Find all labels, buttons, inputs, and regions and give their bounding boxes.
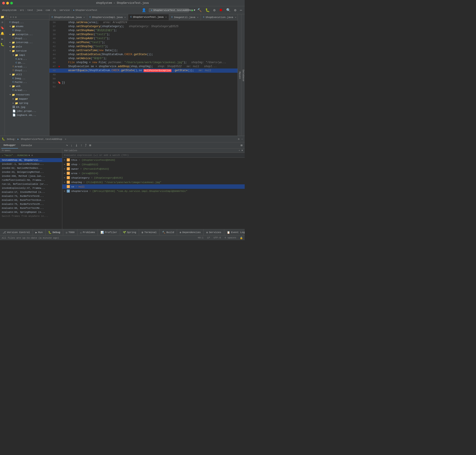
sidebar-item-shopi2[interactable]: ! ShopI... — [5, 68, 49, 72]
bottom-tab-run[interactable]: ▶ Run — [33, 229, 46, 236]
sidebar-item-shopi[interactable]: C ShopI... — [5, 20, 49, 24]
close-button[interactable] — [2, 2, 5, 4]
notification-icon[interactable]: 🔔 — [0, 32, 4, 35]
sidebar-item-spring[interactable]: ▸ 📁 spring — [5, 101, 49, 105]
more-button[interactable]: ⋯ — [239, 8, 243, 13]
tab-shopserviceimpl[interactable]: C ShopServiceImpl.java ✕ — [87, 14, 128, 20]
frame-item-9[interactable]: evaluate:73, RunBeforeTestE... — [0, 194, 62, 198]
debug-button[interactable]: 🐛 — [205, 8, 211, 13]
breadcrumb-service[interactable]: service — [59, 9, 70, 12]
bottom-tab-todo[interactable]: ☑ TODO — [63, 229, 78, 236]
structure-icon[interactable]: ≡ — [1, 21, 3, 24]
add-watch-btn[interactable]: + — [31, 154, 33, 157]
var-item-area[interactable]: ▶ = area = {Area@3524} — [62, 171, 245, 175]
bottom-tab-debug[interactable]: 🐛 Debug — [46, 229, 63, 236]
debug-close-btn[interactable]: ✕ — [65, 138, 66, 140]
project-icon[interactable]: 📁 — [0, 15, 4, 19]
frame-item-8[interactable]: evaluate:17, InvokeMethod (o... — [0, 190, 62, 194]
breadcrumb-shop[interactable]: shopSystem — [2, 9, 16, 12]
restore-layout-btn[interactable]: ⊞ — [240, 143, 243, 148]
tab-close-btn[interactable]: ✕ — [124, 16, 126, 19]
variables-more-btn[interactable]: ▼ — [241, 149, 243, 152]
sidebar-item-er[interactable]: 🖼 ER.jpg — [5, 105, 49, 109]
var-item-shopservice[interactable]: ▶ ∞ shopService = {$Proxy27@3530} "com.d… — [62, 189, 245, 193]
bottom-tab-eventlog[interactable]: 📋 Event Log — [224, 229, 245, 236]
bottom-tab-build[interactable]: 🔨 Build — [159, 229, 177, 236]
bottom-tab-spring[interactable]: 🌱 Spring — [120, 229, 139, 236]
breadcrumb-src[interactable]: src — [20, 9, 24, 12]
code-editor[interactable]: 36 shop.setArea(area);area: Area@3524 37… — [49, 20, 238, 136]
breadcrumb-java[interactable]: java — [36, 9, 42, 12]
frame-item-3[interactable]: invoke:43, DelegatingMethod... — [0, 170, 62, 174]
evaluate-expression[interactable]: Evaluate expression (↵) or add a watch (… — [62, 153, 245, 158]
var-item-shop[interactable]: ▶ = shop = {Shop@3522} — [62, 162, 245, 167]
sidebar-item-web[interactable]: ▾ 📁 web — [5, 84, 49, 88]
settings-button[interactable]: ⚙ — [233, 8, 237, 13]
bottom-tab-terminal[interactable]: ⊞ Terminal — [139, 229, 159, 236]
sidebar-item-image[interactable]: C Imag... — [5, 76, 49, 80]
thread-filter-icon[interactable]: ▼ — [28, 154, 30, 157]
stop-button[interactable]: ⏹ — [218, 8, 223, 13]
sidebar-item-pathu[interactable]: C PathU... — [5, 80, 49, 84]
debug-tab-debugger[interactable]: Debugger — [1, 142, 18, 148]
bottom-tab-profiler[interactable]: 📊 Profiler — [98, 229, 120, 236]
var-item-se[interactable]: ▶ = se = null — [62, 184, 245, 189]
encoding[interactable]: UTF-8 — [213, 236, 221, 239]
tab-close-btn[interactable]: ✕ — [197, 16, 198, 19]
breadcrumb-com[interactable]: com — [46, 9, 50, 12]
expand-arrow[interactable]: ▶ — [64, 163, 66, 166]
sidebar-item-util[interactable]: ▾ 📁 util — [5, 72, 49, 76]
var-item-shopimg[interactable]: ▶ = shopImg = {File@3526} "/Users/yane/w… — [62, 180, 245, 184]
search-button[interactable]: 🔍 — [225, 8, 231, 13]
tab-shopstateenum[interactable]: C ShopStateEnum.java ✕ — [49, 14, 87, 20]
sidebar-item-jdbc[interactable]: 📄 jdbc.prope... — [5, 109, 49, 113]
tab-close-btn[interactable]: ✕ — [235, 16, 236, 19]
maven-panel[interactable]: Maven — [238, 14, 241, 136]
bottom-tab-services[interactable]: ⚙ Services — [204, 229, 224, 236]
run-to-cursor-btn[interactable]: ⤴ — [84, 143, 87, 148]
bottom-tab-dependencies[interactable]: ⊕ Dependencies — [177, 229, 204, 236]
frame-item-0[interactable]: testAddShop:48, ShopServic... — [0, 158, 62, 162]
frame-item-7[interactable]: invokeExplosively:47, Framew... — [0, 186, 62, 190]
sidebar-item-enums[interactable]: ▾ 📁 enums — [5, 24, 49, 28]
database-panel[interactable]: Database — [241, 14, 245, 136]
sidebar-item-exceptio[interactable]: ▸ 📁 exceptio... — [5, 32, 49, 36]
force-step-into-btn[interactable]: ⤓ — [74, 143, 79, 148]
sidebar-item-logback[interactable]: 📄 logback.xm... — [5, 113, 49, 117]
run-config-dropdown[interactable]: ● ShopServiceTest.testAddShop ▼ — [149, 8, 189, 12]
frame-item-1[interactable]: invoke0:-1, NativeMethodAcc... — [0, 162, 62, 166]
indent-info[interactable]: 4 spaces — [224, 236, 236, 239]
sidebar-back[interactable]: ⬛ — [6, 16, 9, 19]
expand-arrow[interactable]: ▶ — [64, 167, 66, 170]
add-watch-var-btn[interactable]: + — [239, 149, 240, 152]
bookmark-icon[interactable]: 🔖 — [0, 26, 4, 30]
frame-item-5[interactable]: runReflectiveCall:50, Framew... — [0, 178, 62, 182]
var-item-this[interactable]: ▶ = this = {ShopServiceTest@3529} — [62, 158, 245, 162]
sidebar-item-shopi-warn[interactable]: ! ShopI... — [5, 36, 49, 40]
evaluate-btn[interactable]: ⊞ — [88, 143, 92, 148]
line-ending[interactable]: LF — [207, 236, 210, 239]
build-button[interactable]: 🔨 — [197, 8, 203, 13]
expand-arrow[interactable]: ▶ — [64, 181, 66, 183]
tab-shopexecution[interactable]: C ShopExecution.java ✕ — [201, 14, 238, 20]
var-item-shopcategory[interactable]: ▶ = shopCategory = {ShopCategory@3525} — [62, 175, 245, 180]
frame-item-12[interactable]: evaluate:86, RunAfterTestMe... — [0, 206, 62, 210]
sidebar-item-mapper[interactable]: ▸ 📁 mapper — [5, 97, 49, 101]
user-icon[interactable]: 👤 — [141, 8, 147, 13]
sidebar-item-resources[interactable]: ▾ 📁 resources — [5, 92, 49, 97]
breadcrumb-dy[interactable]: dy — [53, 9, 56, 12]
frame-item-switch[interactable]: Switch frames from anywhere in... — [0, 214, 62, 218]
sidebar-item-impl[interactable]: ▾ 📁 impl — [5, 53, 49, 57]
tab-close-btn[interactable]: ✕ — [165, 16, 167, 18]
run-button[interactable]: ▶ — [191, 8, 195, 13]
bottom-tab-problems[interactable]: ⚠ Problems — [77, 229, 98, 236]
breadcrumb-class[interactable]: ShopServiceTest — [75, 9, 98, 12]
sidebar-item-sh[interactable]: C Sh... — [5, 61, 49, 65]
var-item-owner[interactable]: ▶ = owner = {PersonInfo@3523} — [62, 167, 245, 171]
tab-imageutil[interactable]: C ImageUtil.java ✕ — [169, 14, 201, 20]
expand-arrow[interactable]: ▶ — [64, 190, 66, 192]
expand-arrow[interactable]: ▶ — [64, 172, 66, 175]
cursor-position[interactable]: 48:1 — [198, 236, 204, 239]
maximize-button[interactable] — [10, 2, 13, 4]
sidebar-nav[interactable]: ⊙ — [10, 16, 12, 19]
